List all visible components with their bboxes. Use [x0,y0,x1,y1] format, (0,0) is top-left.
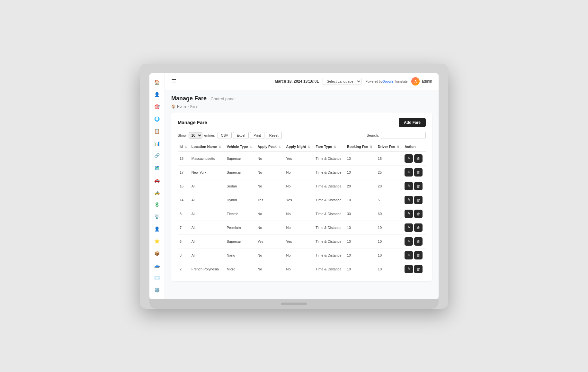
print-button[interactable]: Print [250,132,264,139]
action-buttons: ✎ 🗑 [405,210,424,218]
col-vehicle: Vehicle Type ⇅ [225,142,256,151]
laptop-notch [281,303,307,305]
entries-select[interactable]: 10 [189,132,202,139]
action-buttons: ✎ 🗑 [405,196,424,204]
cell-action: ✎ 🗑 [403,193,426,207]
col-peak: Apply Peak ⇅ [256,142,284,151]
header: ☰ March 18, 2024 13:16:01 Select Languag… [165,73,439,90]
cell-action: ✎ 🗑 [403,151,426,166]
edit-button[interactable]: ✎ [405,168,413,177]
cell-night: No [284,262,314,276]
cell-peak: No [256,262,284,276]
cell-id: 18 [178,151,190,166]
sidebar-icon-map[interactable]: 🗺️ [152,163,162,173]
delete-button[interactable]: 🗑 [414,251,423,259]
action-buttons: ✎ 🗑 [405,265,424,273]
sidebar-icon-car[interactable]: 🚗 [152,175,162,185]
breadcrumb-home-link[interactable]: Home [177,104,186,108]
breadcrumb-separator: › [188,104,189,108]
sidebar-icon-link[interactable]: 🔗 [152,150,162,161]
csv-button[interactable]: CSV [218,132,232,139]
sidebar-icon-settings[interactable]: ⚙️ [152,285,162,295]
table-header-row: Id ⇅ Location Name ⇅ Vehicle Type ⇅ Appl… [178,142,426,151]
edit-button[interactable]: ✎ [405,196,413,204]
sidebar-icon-mail[interactable]: ✉️ [152,273,162,283]
edit-button[interactable]: ✎ [405,210,413,218]
cell-action: ✎ 🗑 [403,248,426,262]
cell-driver: 15 [376,151,403,166]
cell-driver: 5 [376,193,403,207]
search-label: Search: [367,133,379,137]
cell-night: Yes [284,151,314,166]
table-row: 2 French Polynesia Micro No No Time & Di… [178,262,426,276]
delete-button[interactable]: 🗑 [414,168,423,177]
sidebar-icon-star[interactable]: ⭐ [152,236,162,246]
sidebar-icon-home[interactable]: 🏠 [152,77,162,87]
sidebar-icon-signal[interactable]: 📡 [152,212,162,222]
cell-faretype: Time & Distance [314,221,345,234]
cell-id: 7 [178,221,190,234]
delete-button[interactable]: 🗑 [414,223,423,232]
sidebar-icon-dollar[interactable]: 💲 [152,199,162,210]
card-header: Manage Fare Add Fare [178,118,426,127]
cell-vehicle: Supercar [225,151,256,166]
cell-vehicle: Nano [225,248,256,262]
sidebar-icon-vehicle[interactable]: 🚙 [152,260,162,271]
language-select[interactable]: Select Language [323,78,361,85]
edit-button[interactable]: ✎ [405,154,413,163]
cell-faretype: Time & Distance [314,193,345,207]
edit-button[interactable]: ✎ [405,182,413,190]
excel-button[interactable]: Excel [233,132,249,139]
sidebar-icon-target[interactable]: 🎯 [152,102,162,112]
col-driver: Driver Fee ⇅ [376,142,403,151]
table-row: 18 Massachusetts Supercar No Yes Time & … [178,151,426,166]
breadcrumb: 🏠 Home › Fare [171,104,432,109]
delete-button[interactable]: 🗑 [414,265,423,273]
admin-name: admin [422,79,432,84]
delete-button[interactable]: 🗑 [414,237,423,246]
delete-button[interactable]: 🗑 [414,182,423,190]
home-breadcrumb-icon: 🏠 [171,104,176,109]
delete-button[interactable]: 🗑 [414,154,423,163]
entries-label: entries [204,133,215,137]
sidebar-icon-globe[interactable]: 🌐 [152,114,162,124]
cell-vehicle: Electric [225,207,256,221]
col-night: Apply Night ⇅ [284,142,314,151]
edit-button[interactable]: ✎ [405,223,413,232]
menu-icon[interactable]: ☰ [171,78,176,85]
sidebar-icon-analytics[interactable]: 📊 [152,138,162,149]
sidebar-icon-reports[interactable]: 📋 [152,126,162,136]
cell-driver: 60 [376,207,403,221]
cell-peak: Yes [256,234,284,248]
delete-button[interactable]: 🗑 [414,210,423,218]
table-row: 6 All Supercar Yes Yes Time & Distance 1… [178,234,426,248]
action-buttons: ✎ 🗑 [405,182,424,190]
table-row: 14 All Hybrid Yes Yes Time & Distance 10… [178,193,426,207]
edit-button[interactable]: ✎ [405,237,413,246]
sidebar-icon-package[interactable]: 📦 [152,248,162,259]
search-input[interactable] [381,132,426,139]
edit-button[interactable]: ✎ [405,251,413,259]
table-row: 7 All Premium No No Time & Distance 10 1… [178,221,426,234]
reset-button[interactable]: Reset [266,132,282,139]
cell-booking: 10 [345,151,376,166]
cell-driver: 10 [376,262,403,276]
cell-faretype: Time & Distance [314,262,345,276]
add-fare-button[interactable]: Add Fare [399,118,426,127]
sidebar-icon-taxi[interactable]: 🚕 [152,187,162,197]
admin-area[interactable]: A admin [411,77,432,86]
cell-booking: 20 [345,179,376,193]
cell-night: Yes [284,193,314,207]
cell-night: No [284,221,314,234]
delete-button[interactable]: 🗑 [414,196,423,204]
cell-booking: 10 [345,221,376,234]
cell-night: No [284,179,314,193]
cell-peak: No [256,207,284,221]
edit-button[interactable]: ✎ [405,265,413,273]
cell-vehicle: Micro [225,262,256,276]
sidebar-icon-profile[interactable]: 👤 [152,224,162,234]
cell-location: All [190,193,225,207]
table-head: Id ⇅ Location Name ⇅ Vehicle Type ⇅ Appl… [178,142,426,151]
sidebar-icon-users[interactable]: 👤 [152,89,162,100]
cell-location: All [190,248,225,262]
